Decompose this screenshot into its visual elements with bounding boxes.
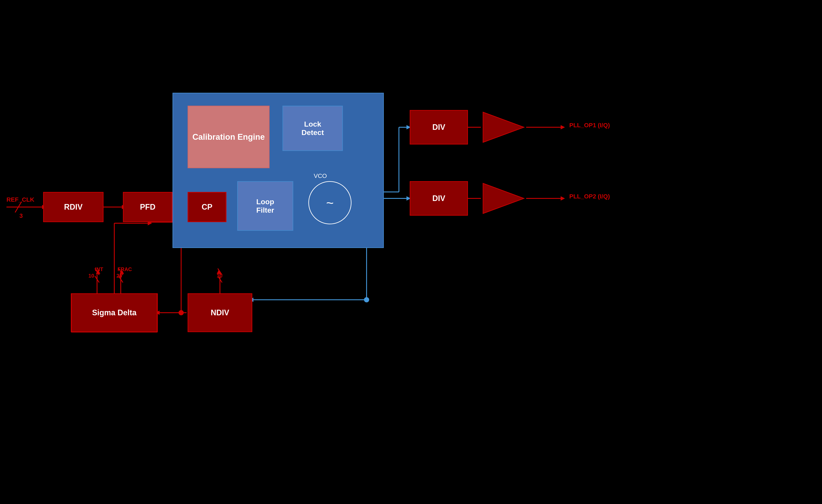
svg-marker-19 [561,125,565,129]
lock-detect-label: LockDetect [302,120,324,137]
vco-tilde: ~ [326,195,334,210]
svg-line-2 [15,202,22,212]
sigma-delta-block: Sigma Delta [71,293,157,332]
ndiv-width-label: 10 [217,273,223,279]
calibration-engine-label: Calibration Engine [192,132,265,142]
bus-3-label: 3 [19,212,23,219]
svg-marker-46 [483,183,524,213]
ndiv-block: NDIV [187,293,252,332]
rdiv-block: RDIV [43,192,103,222]
svg-point-26 [364,297,369,302]
div1-block: DIV [410,110,468,144]
vco-text-label: VCO [314,172,327,179]
div2-block: DIV [410,181,468,216]
svg-point-29 [178,310,184,315]
svg-marker-45 [483,112,524,142]
svg-marker-22 [561,196,565,200]
int-width-label: 10 [88,273,94,279]
svg-line-47 [95,276,99,283]
vco-circle: ~ [308,181,352,224]
int-label: INT [95,266,103,273]
loop-filter-label: LoopFilter [256,197,274,214]
ref-clk-label: REF_CLK [6,196,34,203]
pll-op2-label: PLL_OP2 (I/Q) [569,193,610,200]
cp-block: CP [187,192,227,222]
loop-filter-block: LoopFilter [237,181,293,231]
pfd-block: PFD [123,192,172,222]
div1-triangle [481,110,526,145]
frac-label: FRAC [117,266,132,273]
frac-width-label: 20 [116,273,122,279]
pll-op1-label: PLL_OP1 (I/Q) [569,122,610,129]
lock-detect-block: LockDetect [283,106,343,151]
div2-triangle [481,181,526,216]
calibration-engine-block: Calibration Engine [187,106,270,168]
